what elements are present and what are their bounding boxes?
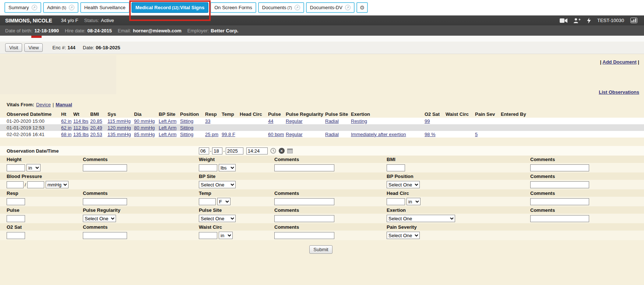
vital-value-link[interactable]: 114 lbs [73,118,88,124]
bp-position-select[interactable]: Select One [387,181,420,188]
add-person-icon[interactable] [574,18,581,23]
vital-value-link[interactable]: 62 in [61,118,71,124]
popout-icon[interactable]: ↗ [295,5,300,10]
popout-icon[interactable]: ↗ [345,5,351,10]
vital-value-link[interactable]: 98 % [425,132,436,137]
vital-value-link[interactable]: 135 lbs [73,132,89,137]
clear-icon[interactable]: × [279,148,285,154]
vital-value-link[interactable]: Radial [325,132,339,137]
vital-value-link[interactable]: 135 mmHg [108,132,131,137]
vital-value-link[interactable]: 5 [475,132,478,137]
vital-value-link[interactable]: Sitting [180,118,193,124]
vital-value-link[interactable]: 99.8 F [222,132,235,137]
vital-value-link[interactable]: 44 [268,118,273,124]
calendar-icon[interactable] [287,148,293,153]
manual-link[interactable]: Manual [56,102,72,107]
resp-comments-input[interactable] [83,198,127,205]
tab-health-surveillance[interactable]: Health Surveillance [80,2,130,13]
vital-value-link[interactable]: 115 mmHg [108,118,131,124]
weight-comments-input[interactable] [274,164,334,171]
exertion-comments-input[interactable] [530,215,589,222]
vital-value-link[interactable]: Left Arm [159,125,176,131]
head-circ-comments-input[interactable] [530,198,589,205]
vital-value-link[interactable]: 80 mmHg [134,125,155,131]
vital-value-link[interactable]: 33 [205,118,210,124]
popout-icon[interactable]: ↗ [32,5,37,10]
bp-diastolic-input[interactable] [27,181,44,188]
o2-comments-input[interactable] [83,232,127,239]
popout-icon[interactable]: ↗ [69,5,74,10]
bp-unit-select[interactable]: mmHg [46,181,68,188]
obs-time-input[interactable] [246,147,268,154]
tab-documents[interactable]: Documents(7)↗ [258,2,304,13]
weight-unit-select[interactable]: lbs [219,164,236,171]
bp-comments-input[interactable] [530,181,589,188]
email-label: Email: [118,28,131,33]
obs-day-input[interactable] [212,147,222,154]
vital-value-link[interactable]: 112 lbs [73,125,88,131]
vital-value-link[interactable]: 120 mmHg [108,125,131,131]
tab-documents-dv[interactable]: Documents-DV↗ [306,2,355,13]
exertion-select[interactable]: Select One [387,215,455,222]
o2-sat-input[interactable] [7,232,25,239]
bar-chart-icon[interactable] [630,18,637,23]
device-link[interactable]: Device [36,102,51,107]
vital-value-link[interactable]: Radial [325,118,339,124]
vital-value-link[interactable]: 62 in [61,125,71,131]
height-unit-select[interactable]: in [27,164,41,171]
add-document-link[interactable]: Add Document [602,59,636,65]
obs-month-input[interactable] [199,147,209,154]
temp-comments-input[interactable] [274,198,334,205]
vital-value-link[interactable]: 20.53 [90,132,102,137]
visit-button[interactable]: Visit [5,43,22,52]
waist-circ-input[interactable] [199,232,217,239]
vital-value-link[interactable]: Left Arm [159,132,176,137]
vital-value-link[interactable]: Regular [286,118,303,124]
temp-input[interactable] [199,198,216,205]
pulse-site-select[interactable]: Select One [199,215,236,222]
tab-on-screen-forms[interactable]: On Screen Forms [210,2,256,13]
pulse-input[interactable] [7,215,25,222]
temp-unit-select[interactable]: F [217,198,230,205]
pulse-regularity-select[interactable]: Select One [83,215,116,222]
vital-value-link[interactable]: 90 mmHg [134,118,155,124]
bmi-input[interactable] [387,164,405,171]
tab-medical-record[interactable]: Medical Record(12):Vital Signs [131,2,208,13]
resp-input[interactable] [7,198,25,205]
vital-value-link[interactable]: 68 in [61,132,71,137]
vital-value-link[interactable]: Sitting [180,125,193,131]
vital-value-link[interactable]: Left Arm [159,118,176,124]
height-comments-input[interactable] [83,164,127,171]
vital-value-link[interactable]: 99 [425,118,430,124]
bmi-comments-input[interactable] [530,164,589,171]
weight-input[interactable] [199,164,217,171]
head-circ-input[interactable] [387,198,405,205]
tab-summary[interactable]: Summary↗ [4,2,41,13]
lightning-icon[interactable] [587,18,591,24]
obs-year-input[interactable] [226,147,243,154]
waist-circ-unit-select[interactable]: in [219,232,233,239]
tab-admin[interactable]: Admin(5)↗ [43,2,78,13]
vital-value-link[interactable]: Resting [351,118,367,124]
pain-severity-select[interactable]: Select One [387,232,420,239]
head-circ-unit-select[interactable]: in [407,198,420,205]
settings-tab[interactable]: ⚙ [356,2,368,13]
view-button[interactable]: View [24,43,43,52]
vital-value-link[interactable]: Sitting [180,132,193,137]
clock-icon[interactable] [270,148,276,154]
bp-site-select[interactable]: Select One [199,181,236,188]
video-camera-icon[interactable] [560,18,567,23]
submit-button[interactable]: Submit [309,245,332,254]
list-observations-link[interactable]: List Observations [599,89,639,95]
vital-value-link[interactable]: 85 mmHg [134,132,155,137]
bp-systolic-input[interactable] [7,181,24,188]
vital-value-link[interactable]: 20.85 [90,118,102,124]
vital-value-link[interactable]: Immediately after exertion [351,132,406,137]
vital-value-link[interactable]: 25 pm [205,132,218,137]
pulse-comments-input[interactable] [274,215,334,222]
height-input[interactable] [7,164,25,171]
vital-value-link[interactable]: Regular [286,132,303,137]
vital-value-link[interactable]: 60 bpm [268,132,284,137]
vital-value-link[interactable]: 20.49 [90,125,102,131]
waist-circ-comments-input[interactable] [274,232,334,239]
